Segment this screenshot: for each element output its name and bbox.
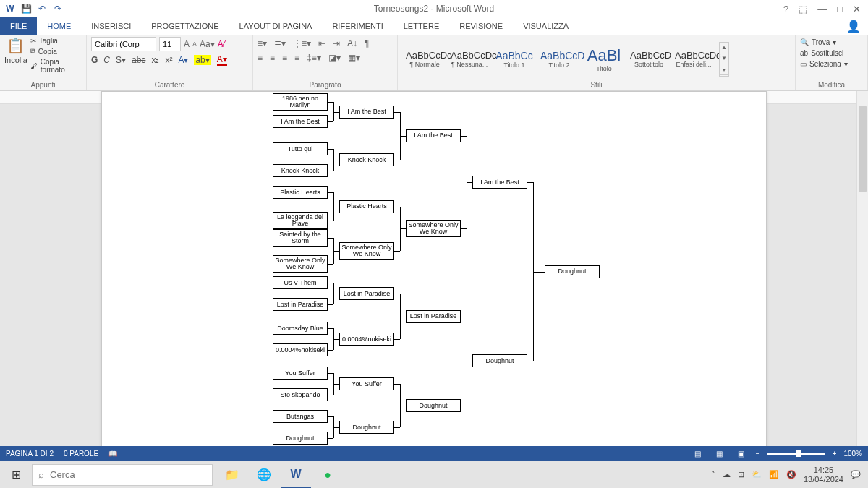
scrollbar-thumb[interactable] xyxy=(859,106,867,192)
justify-icon[interactable]: ≡ xyxy=(294,53,299,63)
change-case-icon[interactable]: Aa▾ xyxy=(200,39,215,49)
grow-font-icon[interactable]: A xyxy=(184,39,190,49)
bracket-box[interactable]: 1986 nen no Marilyn xyxy=(273,93,328,111)
save-icon[interactable]: 💾 xyxy=(20,3,32,14)
explorer-icon[interactable]: 📁 xyxy=(217,462,247,488)
bracket-box[interactable]: 0.0004%nokiseki xyxy=(339,333,394,346)
zoom-level[interactable]: 100% xyxy=(843,450,862,458)
paste-button[interactable]: 📋 Incolla xyxy=(4,37,27,81)
spotify-icon[interactable]: ● xyxy=(312,462,343,488)
cut-button[interactable]: ✂Taglia xyxy=(30,37,82,45)
bracket-box[interactable]: Plastic Hearts xyxy=(339,200,394,213)
style-item[interactable]: AaBbCcTitolo 1 xyxy=(492,48,537,71)
style-item[interactable]: AaBbCcDcEnfasi deli... xyxy=(671,48,716,70)
styles-gallery[interactable]: AaBbCcDc¶ NormaleAaBbCcDc¶ Nessuna...AaB… xyxy=(402,37,791,81)
bracket-box[interactable]: I Am the Best xyxy=(406,129,461,142)
vertical-scrollbar[interactable] xyxy=(856,91,868,461)
bracket-box[interactable]: Lost in Paradise xyxy=(273,298,328,311)
style-item[interactable]: AaBbCcDc¶ Nessuna... xyxy=(447,48,492,70)
bracket-box[interactable]: Somewhere Only We Know xyxy=(406,220,461,237)
zoom-out-button[interactable]: − xyxy=(756,450,760,458)
align-center-icon[interactable]: ≡ xyxy=(270,53,275,63)
tab-references[interactable]: RIFERIMENTI xyxy=(322,17,393,35)
tab-file[interactable]: FILE xyxy=(0,17,37,35)
bullets-icon[interactable]: ≡▾ xyxy=(258,38,267,48)
bracket-box[interactable]: Knock Knock xyxy=(273,164,328,177)
copy-button[interactable]: ⧉Copia xyxy=(30,47,82,56)
tray-chevron-icon[interactable]: ˄ xyxy=(711,470,715,479)
tab-review[interactable]: REVISIONE xyxy=(449,17,513,35)
bracket-box[interactable]: I Am the Best xyxy=(472,176,527,189)
bracket-box[interactable]: You Suffer xyxy=(273,367,328,380)
zoom-slider[interactable] xyxy=(767,453,825,455)
bracket-box[interactable]: Knock Knock xyxy=(339,153,394,166)
bracket-box[interactable]: I Am the Best xyxy=(339,106,394,119)
tab-insert[interactable]: INSERISCI xyxy=(81,17,141,35)
word-count[interactable]: 0 PAROLE xyxy=(64,450,98,458)
borders-icon[interactable]: ▦▾ xyxy=(348,53,360,63)
volume-icon[interactable]: 🔇 xyxy=(786,470,796,479)
bracket-box[interactable]: Doughnut xyxy=(472,354,527,367)
bracket-box[interactable]: Doughnut xyxy=(545,265,600,278)
clear-format-icon[interactable]: A⁄ xyxy=(218,39,225,49)
minimize-icon[interactable]: — xyxy=(817,4,827,14)
bracket-box[interactable]: Lost in Paradise xyxy=(339,287,394,300)
clock[interactable]: 14:25 13/04/2024 xyxy=(804,466,843,483)
bracket-box[interactable]: Sto skopando xyxy=(273,388,328,401)
ribbon-options-icon[interactable]: ⬚ xyxy=(799,4,807,14)
tab-mailings[interactable]: LETTERE xyxy=(393,17,450,35)
show-marks-icon[interactable]: ¶ xyxy=(365,38,369,48)
align-right-icon[interactable]: ≡ xyxy=(282,53,287,63)
word-app-icon[interactable]: W xyxy=(281,462,311,488)
security-icon[interactable]: ⊡ xyxy=(738,470,744,479)
gallery-scroll[interactable]: ▲▼▾ xyxy=(719,42,729,77)
tab-view[interactable]: VISUALIZZA xyxy=(513,17,579,35)
bracket-box[interactable]: Doughnut xyxy=(273,432,328,445)
style-item[interactable]: AaBbCcDTitolo 2 xyxy=(537,48,582,71)
bracket-box[interactable]: Tutto qui xyxy=(273,142,328,155)
read-mode-icon[interactable]: ▤ xyxy=(691,448,705,458)
bracket-box[interactable]: Lost in Paradise xyxy=(406,310,461,323)
bracket-box[interactable]: You Suffer xyxy=(339,377,394,390)
redo-icon[interactable]: ↷ xyxy=(52,3,64,14)
strike-button[interactable]: abc xyxy=(132,55,145,65)
find-button[interactable]: 🔍Trova ▾ xyxy=(800,38,863,46)
bracket-box[interactable]: Somewhere Only We Know xyxy=(273,255,328,273)
tab-layout[interactable]: LAYOUT DI PAGINA xyxy=(229,17,323,35)
user-icon[interactable]: 👤 xyxy=(846,17,861,35)
page-indicator[interactable]: PAGINA 1 DI 2 xyxy=(6,450,54,458)
style-item[interactable]: AaBbCcDc¶ Normale xyxy=(402,48,447,70)
tab-design[interactable]: PROGETTAZIONE xyxy=(141,17,229,35)
increase-indent-icon[interactable]: ⇥ xyxy=(333,38,340,48)
tab-home[interactable]: HOME xyxy=(37,17,81,35)
subscript-button[interactable]: x₂ xyxy=(151,55,159,65)
underline-button[interactable]: S▾ xyxy=(116,55,126,65)
print-layout-icon[interactable]: ▦ xyxy=(712,448,727,458)
numbering-icon[interactable]: ≣▾ xyxy=(274,38,286,48)
multilevel-icon[interactable]: ⋮≡▾ xyxy=(293,38,311,48)
page[interactable]: 1986 nen no MarilynI Am the BestTutto qu… xyxy=(101,91,767,461)
bracket-box[interactable]: Doughnut xyxy=(406,399,461,412)
bracket-box[interactable]: La leggenda del Piave xyxy=(273,212,328,229)
bracket-box[interactable]: Butangas xyxy=(273,410,328,423)
font-size-input[interactable] xyxy=(159,37,181,51)
line-spacing-icon[interactable]: ‡≡▾ xyxy=(307,53,321,63)
select-button[interactable]: ▭Seleziona ▾ xyxy=(800,60,863,68)
chrome-icon[interactable]: 🌐 xyxy=(249,462,279,488)
decrease-indent-icon[interactable]: ⇤ xyxy=(318,38,326,48)
shrink-font-icon[interactable]: A xyxy=(192,40,197,48)
text-effects-icon[interactable]: A▾ xyxy=(178,55,188,65)
style-item[interactable]: AaBlTitolo xyxy=(582,44,626,74)
taskbar-search[interactable]: ⌕ Cerca xyxy=(32,464,213,486)
sort-icon[interactable]: A↓ xyxy=(347,38,357,48)
start-button[interactable]: ⊞ xyxy=(0,461,32,488)
wifi-icon[interactable]: 📶 xyxy=(769,470,779,479)
bracket-box[interactable]: 0.0004%nokiseki xyxy=(273,343,328,356)
bold-button[interactable]: G xyxy=(91,55,98,65)
font-color-icon[interactable]: A▾ xyxy=(217,54,227,66)
weather-icon[interactable]: ⛅ xyxy=(752,470,762,479)
notifications-icon[interactable]: 💬 xyxy=(851,470,861,479)
onedrive-icon[interactable]: ☁ xyxy=(723,470,731,479)
shading-icon[interactable]: ◪▾ xyxy=(328,53,341,63)
bracket-box[interactable]: Sainted by the Storm xyxy=(273,229,328,247)
